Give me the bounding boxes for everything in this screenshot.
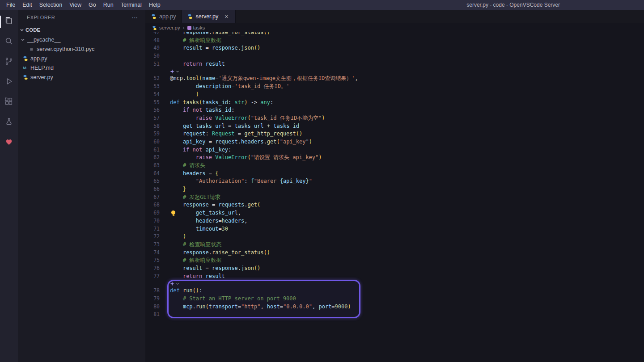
line-number[interactable]: 59 [145, 130, 160, 138]
ai-assistant-icon[interactable] [170, 69, 174, 74]
code-line[interactable]: 53 description='task_id 任务ID。' [145, 83, 644, 91]
line-number[interactable]: 75 [145, 257, 160, 265]
code-line[interactable]: 66 } [145, 185, 644, 194]
activity-item-explorer[interactable] [0, 12, 18, 32]
code-line[interactable]: 63 # 请求头 [145, 162, 644, 170]
line-number[interactable]: 76 [145, 265, 160, 273]
code-line[interactable]: 68 response = requests.get( [145, 201, 644, 209]
line-number[interactable]: 63 [145, 162, 160, 170]
line-number[interactable]: 77 [145, 273, 160, 281]
activity-item-source-control[interactable] [0, 52, 18, 72]
tree-item-help-md[interactable]: M↓HELP.md [18, 63, 145, 72]
line-number[interactable]: 52 [145, 75, 160, 83]
activity-item-extensions[interactable] [0, 92, 18, 112]
activity-item-testing[interactable] [0, 112, 18, 132]
line-number[interactable]: 55 [145, 99, 160, 107]
line-number[interactable]: 56 [145, 106, 160, 114]
code-editor[interactable]: 47 response.raise_for_status()48 # 解析响应数… [145, 32, 644, 362]
line-number[interactable]: 72 [145, 233, 160, 241]
code-line[interactable]: 72 ) [145, 233, 644, 241]
line-number[interactable]: 73 [145, 241, 160, 249]
line-number[interactable]: 67 [145, 194, 160, 202]
line-number[interactable]: 81 [145, 311, 160, 319]
code-line[interactable]: 69 get_tasks_url, [145, 209, 644, 217]
code-line[interactable]: 64 headers = { [145, 170, 644, 178]
tree-item-server-py[interactable]: server.py [18, 72, 145, 82]
line-number[interactable]: 64 [145, 170, 160, 178]
menu-item-view[interactable]: View [66, 1, 85, 9]
tab-app-py[interactable]: app.py [145, 10, 182, 23]
code-line[interactable]: 55def tasks(tasks_id: str) -> any: [145, 99, 644, 107]
code-line[interactable]: 79 # Start an HTTP server on port 9000 [145, 295, 644, 303]
code-line[interactable]: 59 request: Request = get_http_request() [145, 130, 644, 138]
code-line[interactable]: 51 return result [145, 60, 644, 68]
line-number[interactable]: 54 [145, 91, 160, 99]
activity-item-search[interactable] [0, 32, 18, 52]
line-number[interactable]: 53 [145, 83, 160, 91]
line-number[interactable]: 65 [145, 177, 160, 185]
menu-item-go[interactable]: Go [85, 1, 100, 9]
line-number[interactable]: 74 [145, 249, 160, 257]
menu-item-help[interactable]: Help [145, 1, 164, 9]
line-number[interactable]: 71 [145, 225, 160, 233]
code-line[interactable]: 81 [145, 311, 644, 319]
code-line[interactable]: 78def run(): [145, 287, 644, 295]
code-line[interactable]: 50 [145, 52, 644, 60]
tree-item-server-cpython-310-pyc[interactable]: ≣server.cpython-310.pyc [18, 44, 145, 54]
code-line[interactable]: 54 ) [145, 91, 644, 99]
line-number[interactable]: 57 [145, 114, 160, 122]
code-line[interactable]: 58 get_tasks_url = tasks_url + tasks_id [145, 122, 644, 130]
line-number[interactable]: 50 [145, 52, 160, 60]
code-line[interactable]: 49 result = response.json() [145, 44, 644, 52]
tab-server-py[interactable]: server.py× [182, 10, 236, 23]
line-number[interactable]: 80 [145, 303, 160, 311]
line-number[interactable]: 60 [145, 138, 160, 146]
breadcrumb-item-tasks[interactable]: tasks [187, 25, 205, 30]
line-number[interactable]: 79 [145, 295, 160, 303]
activity-item-extension-heart[interactable] [0, 132, 18, 152]
code-line[interactable]: 76 result = response.json() [145, 265, 644, 273]
code-line[interactable]: 80 mcp.run(transport="http", host="0.0.0… [145, 303, 644, 311]
code-line[interactable]: 71 timeout=30 [145, 225, 644, 233]
code-line[interactable]: 60 api_key = request.headers.get("api_ke… [145, 138, 644, 146]
ai-assistant-icon[interactable] [170, 282, 174, 286]
line-number[interactable]: 66 [145, 185, 160, 194]
code-line[interactable]: 70 headers=headers, [145, 217, 644, 225]
line-number[interactable]: 69 [145, 209, 160, 217]
menu-item-run[interactable]: Run [100, 1, 117, 9]
line-number[interactable]: 61 [145, 146, 160, 154]
code-line[interactable]: 56 if not tasks_id: [145, 106, 644, 114]
activity-item-run-debug[interactable] [0, 72, 18, 92]
code-line[interactable]: 48 # 解析响应数据 [145, 37, 644, 45]
code-line[interactable]: 57 raise ValueError("task_id 任务ID不能为空") [145, 114, 644, 122]
line-number[interactable]: 51 [145, 60, 160, 68]
code-line[interactable]: 65 "Authorization": f"Bearer {api_key}" [145, 177, 644, 185]
chevron-down-icon[interactable] [176, 282, 179, 286]
code-line[interactable]: 77 return result [145, 273, 644, 281]
code-line[interactable]: 52@mcp.tool(name='通义万象qwen-image文生图，根据任务… [145, 75, 644, 83]
section-header-code[interactable]: CODE [18, 25, 145, 35]
code-line[interactable]: 47 response.raise_for_status() [145, 32, 644, 37]
menu-item-edit[interactable]: Edit [19, 1, 36, 9]
close-icon[interactable]: × [223, 13, 230, 20]
code-line[interactable]: 73 # 检查响应状态 [145, 241, 644, 249]
chevron-down-icon[interactable] [176, 70, 179, 73]
more-actions-icon[interactable]: ⋯ [132, 14, 138, 21]
line-number[interactable]: 70 [145, 217, 160, 225]
menu-item-terminal[interactable]: Terminal [117, 1, 145, 9]
tree-item-app-py[interactable]: app.py [18, 54, 145, 63]
code-line[interactable]: 74 response.raise_for_status() [145, 249, 644, 257]
menu-item-file[interactable]: File [3, 1, 19, 9]
menu-item-selection[interactable]: Selection [36, 1, 66, 9]
code-line[interactable]: 62 raise ValueError("请设置 请求头 api_key") [145, 154, 644, 162]
code-line[interactable]: 67 # 发起GET请求 [145, 194, 644, 202]
breadcrumb-item-server-py[interactable]: server.py [152, 25, 180, 31]
line-number[interactable]: 68 [145, 201, 160, 209]
line-number[interactable]: 62 [145, 154, 160, 162]
line-number[interactable]: 48 [145, 37, 160, 45]
line-number[interactable]: 49 [145, 44, 160, 52]
line-number[interactable]: 58 [145, 122, 160, 130]
line-number[interactable]: 78 [145, 287, 160, 295]
tree-item-pycache[interactable]: __pycache__ [18, 35, 145, 44]
code-line[interactable]: 75 # 解析响应数据 [145, 257, 644, 265]
